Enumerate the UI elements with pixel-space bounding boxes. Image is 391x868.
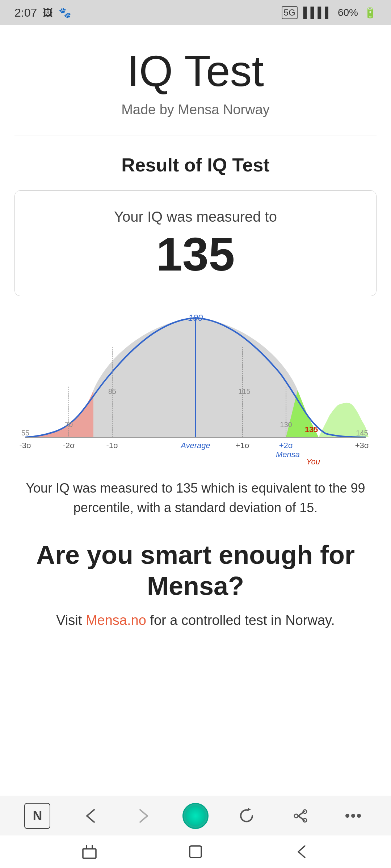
cta-text-before: Visit — [56, 613, 86, 628]
result-title: Result of IQ Test — [121, 154, 269, 176]
svg-text:115: 115 — [238, 387, 250, 395]
svg-text:85: 85 — [108, 387, 116, 395]
svg-rect-32 — [190, 846, 201, 858]
svg-text:-2σ: -2σ — [63, 441, 75, 450]
back-system-button[interactable] — [292, 842, 311, 861]
home-system-icon — [186, 842, 205, 861]
svg-point-28 — [294, 814, 298, 818]
svg-text:You: You — [306, 457, 320, 466]
more-button[interactable]: ••• — [339, 801, 368, 830]
system-nav — [0, 835, 391, 868]
home-system-button[interactable] — [186, 842, 205, 861]
back-button[interactable] — [76, 801, 105, 830]
mensa-link[interactable]: Mensa.no — [86, 613, 146, 628]
svg-text:Average: Average — [180, 441, 210, 450]
svg-text:+2σ: +2σ — [279, 441, 293, 450]
battery-text: 60% — [338, 7, 358, 18]
battery-icon: 🔋 — [364, 7, 377, 19]
description-text: Your IQ was measured to 135 which is equ… — [14, 478, 377, 518]
more-dots-icon: ••• — [345, 808, 362, 824]
svg-text:135: 135 — [305, 425, 318, 434]
forward-button[interactable] — [129, 801, 158, 830]
svg-text:100: 100 — [188, 314, 203, 323]
recents-button[interactable] — [80, 842, 99, 861]
svg-rect-29 — [83, 849, 96, 858]
reload-button[interactable] — [233, 801, 262, 830]
n-icon[interactable]: N — [24, 803, 50, 829]
status-left: 2:07 🖼 🐾 — [14, 6, 71, 20]
recents-icon — [80, 842, 99, 861]
signal-5g-icon: 5G — [282, 6, 298, 19]
app-subtitle: Made by Mensa Norway — [121, 102, 270, 118]
bell-curve-chart: 55 70 85 100 115 130 135 145 -3σ -2σ -1σ… — [14, 314, 377, 468]
svg-text:-3σ: -3σ — [19, 441, 31, 450]
cta-title: Are you smart enough for Mensa? — [14, 539, 377, 602]
share-button[interactable] — [286, 801, 315, 830]
svg-text:Mensa: Mensa — [276, 450, 300, 459]
iq-score: 135 — [29, 231, 362, 278]
main-content: IQ Test Made by Mensa Norway Result of I… — [0, 25, 391, 796]
svg-text:55: 55 — [21, 429, 29, 437]
browser-nav-bar: N ••• — [0, 796, 391, 835]
status-bar: 2:07 🖼 🐾 5G ▌▌▌▌ 60% 🔋 — [0, 0, 391, 25]
svg-text:-1σ: -1σ — [106, 441, 118, 450]
back-arrow-icon — [81, 807, 100, 825]
home-button[interactable] — [182, 803, 209, 829]
forward-arrow-icon — [135, 807, 153, 825]
cta-text: Visit Mensa.no for a controlled test in … — [56, 613, 335, 628]
svg-text:+1σ: +1σ — [236, 441, 250, 450]
status-right: 5G ▌▌▌▌ 60% 🔋 — [282, 6, 377, 19]
app-title: IQ Test — [127, 47, 264, 95]
status-time: 2:07 — [14, 6, 37, 20]
svg-text:130: 130 — [280, 421, 292, 429]
reload-icon — [238, 807, 257, 825]
svg-text:145: 145 — [356, 429, 368, 437]
cta-text-after: for a controlled test in Norway. — [146, 613, 335, 628]
back-system-icon — [292, 842, 311, 861]
svg-text:+3σ: +3σ — [355, 441, 369, 450]
divider — [14, 136, 377, 136]
result-card-text: Your IQ was measured to — [29, 209, 362, 225]
result-card: Your IQ was measured to 135 — [14, 190, 377, 296]
photos-icon: 🖼 — [43, 7, 53, 19]
share-icon — [291, 807, 310, 825]
n-button[interactable]: N — [23, 801, 52, 830]
signal-bars-icon: ▌▌▌▌ — [303, 7, 332, 18]
user-icon: 🐾 — [59, 7, 71, 19]
svg-text:70: 70 — [65, 421, 73, 429]
